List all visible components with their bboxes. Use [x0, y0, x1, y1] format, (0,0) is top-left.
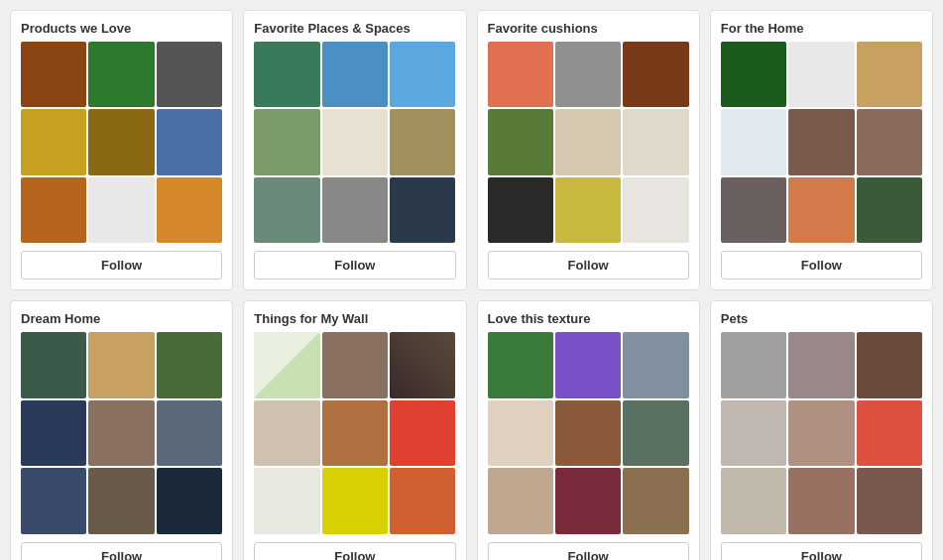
- board-image: [322, 468, 388, 533]
- board-card-6: Love this texture Follow: [477, 300, 700, 560]
- board-image: [88, 332, 154, 397]
- board-image: [488, 109, 553, 174]
- board-image: [623, 177, 688, 243]
- board-images-3: [721, 42, 922, 243]
- follow-button-5[interactable]: Follow: [254, 542, 455, 560]
- board-title-6: Love this texture: [488, 311, 689, 326]
- board-card-0: Products we Love Follow: [10, 10, 233, 290]
- board-image: [157, 42, 222, 107]
- board-image: [88, 42, 154, 107]
- board-image: [21, 109, 86, 174]
- board-card-3: For the Home Follow: [710, 10, 933, 290]
- board-image: [555, 42, 621, 107]
- board-image: [555, 109, 621, 174]
- board-image: [21, 400, 86, 466]
- follow-button-0[interactable]: Follow: [21, 251, 222, 280]
- board-images-6: [488, 332, 689, 533]
- board-image: [488, 332, 553, 397]
- follow-button-1[interactable]: Follow: [254, 251, 455, 280]
- board-card-1: Favorite Places & Spaces Follow: [243, 10, 466, 290]
- board-image: [623, 468, 688, 533]
- board-image: [254, 468, 319, 533]
- board-image: [555, 177, 621, 243]
- board-image: [21, 177, 86, 243]
- board-image: [390, 42, 455, 107]
- board-image: [88, 109, 154, 174]
- board-image: [390, 109, 455, 174]
- follow-button-2[interactable]: Follow: [488, 251, 689, 280]
- board-image: [623, 332, 688, 397]
- board-image: [788, 332, 854, 397]
- board-card-4: Dream Home Follow: [10, 300, 233, 560]
- follow-button-4[interactable]: Follow: [21, 542, 222, 560]
- board-image: [254, 109, 319, 174]
- board-image: [788, 42, 854, 107]
- board-image: [555, 400, 621, 466]
- board-image: [623, 42, 688, 107]
- board-card-2: Favorite cushions Follow: [477, 10, 700, 290]
- board-image: [322, 109, 388, 174]
- board-image: [721, 109, 786, 174]
- board-image: [721, 177, 786, 243]
- board-image: [721, 468, 786, 533]
- boards-grid: Products we Love Follow Favorite Places …: [10, 10, 933, 560]
- board-title-2: Favorite cushions: [488, 21, 689, 36]
- board-image: [21, 468, 86, 533]
- board-image: [157, 468, 222, 533]
- board-card-5: Things for My Wall Follow: [243, 300, 466, 560]
- board-title-5: Things for My Wall: [254, 311, 455, 326]
- board-image: [721, 42, 786, 107]
- board-image: [322, 332, 388, 397]
- board-image: [322, 177, 388, 243]
- board-title-4: Dream Home: [21, 311, 222, 326]
- board-title-7: Pets: [721, 311, 922, 326]
- board-image: [488, 42, 553, 107]
- board-images-5: [254, 332, 455, 533]
- board-image: [788, 109, 854, 174]
- board-image: [390, 177, 455, 243]
- board-image: [857, 42, 922, 107]
- board-image: [21, 332, 86, 397]
- board-image: [88, 400, 154, 466]
- board-image: [157, 109, 222, 174]
- board-image: [157, 177, 222, 243]
- board-title-0: Products we Love: [21, 21, 222, 36]
- board-image: [88, 468, 154, 533]
- board-image: [88, 177, 154, 243]
- board-image: [390, 468, 455, 533]
- follow-button-7[interactable]: Follow: [721, 542, 922, 560]
- board-image: [390, 332, 455, 397]
- board-images-1: [254, 42, 455, 243]
- follow-button-3[interactable]: Follow: [721, 251, 922, 280]
- board-images-4: [21, 332, 222, 533]
- board-image: [623, 109, 688, 174]
- board-image: [254, 332, 319, 397]
- board-image: [254, 42, 319, 107]
- board-title-3: For the Home: [721, 21, 922, 36]
- board-image: [488, 400, 553, 466]
- follow-button-6[interactable]: Follow: [488, 542, 689, 560]
- board-card-7: Pets Follow: [710, 300, 933, 560]
- board-image: [623, 400, 688, 466]
- board-image: [857, 400, 922, 466]
- board-image: [254, 177, 319, 243]
- board-image: [788, 468, 854, 533]
- board-image: [857, 177, 922, 243]
- board-images-0: [21, 42, 222, 243]
- board-image: [390, 400, 455, 466]
- board-image: [157, 400, 222, 466]
- board-image: [254, 400, 319, 466]
- board-image: [555, 468, 621, 533]
- board-images-7: [721, 332, 922, 533]
- board-image: [322, 400, 388, 466]
- board-image: [322, 42, 388, 107]
- board-image: [857, 468, 922, 533]
- board-image: [721, 332, 786, 397]
- board-image: [721, 400, 786, 466]
- board-image: [157, 332, 222, 397]
- board-image: [857, 109, 922, 174]
- board-image: [788, 400, 854, 466]
- board-images-2: [488, 42, 689, 243]
- board-image: [488, 468, 553, 533]
- board-image: [488, 177, 553, 243]
